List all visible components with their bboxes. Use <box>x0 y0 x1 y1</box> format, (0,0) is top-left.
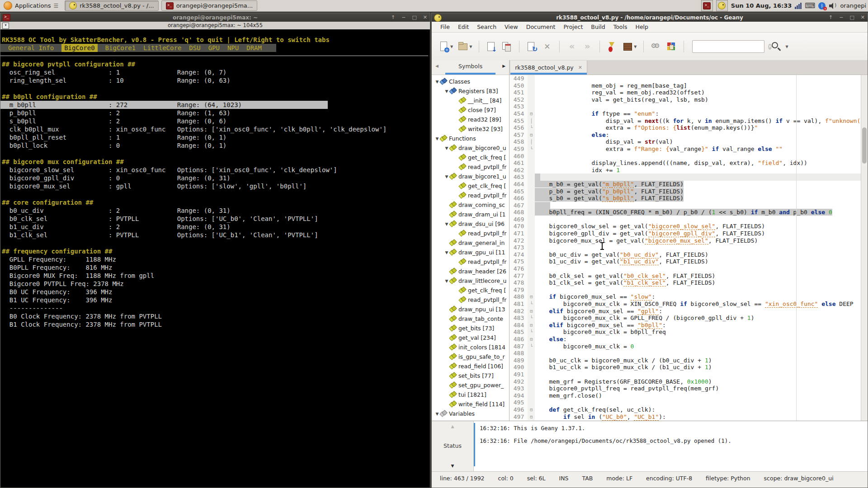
applications-menu[interactable]: Applications ☰ <box>0 0 62 11</box>
symbol-item[interactable]: draw_tab_conte <box>432 314 509 324</box>
terminal-close-button[interactable]: ✕ <box>423 13 427 22</box>
symbol-item[interactable]: get_bits [73] <box>432 324 509 333</box>
fold-point-icon[interactable]: ⊟ <box>528 322 535 329</box>
symbol-item[interactable]: ▼draw_dsu_ui [96 <box>432 219 509 229</box>
code-editor[interactable]: 449 450 mem_obj = reg_mem[base_tag]451 r… <box>509 75 868 421</box>
saveall-button[interactable] <box>500 39 514 54</box>
symbol-item[interactable]: read_field [106] <box>432 361 509 371</box>
symbol-item[interactable]: write_field [114] <box>432 399 509 409</box>
symbol-item[interactable]: __init__ [84] <box>432 96 509 105</box>
back-button[interactable] <box>565 39 579 54</box>
document-tab[interactable]: rk3588_octool_v8.py ✕ <box>510 61 587 75</box>
geany-close-button[interactable]: ✕ <box>861 13 865 22</box>
message-scroll-up-icon[interactable]: ▼ <box>432 425 473 429</box>
terminal-tab-gpu[interactable]: GPU <box>208 44 220 52</box>
task-button-terminal[interactable]: >_orangepi@orangepi5ma... <box>161 0 258 11</box>
terminal-tab-bigcore1[interactable]: BigCore1 <box>105 44 136 52</box>
keyboard-layout-icon[interactable]: ⌨ <box>805 2 815 9</box>
chevron-down-icon[interactable]: ▼ <box>634 45 637 49</box>
fold-point-icon[interactable]: ⊟ <box>528 336 535 343</box>
terminal-tab-dsu[interactable]: DSU <box>189 44 200 52</box>
geany-titlebar[interactable]: rk3588_octool_v8.py - /home/orangepi/Doc… <box>432 13 868 22</box>
geany-minimize-button[interactable]: − <box>839 13 843 22</box>
terminal-maximize-button[interactable]: □ <box>412 13 416 22</box>
new-button[interactable]: ▼ <box>437 39 454 54</box>
symbol-item[interactable]: ▼Classes <box>432 77 509 86</box>
message-scroll-down-icon[interactable]: ▼ <box>432 464 473 468</box>
fold-point-icon[interactable]: ⊟ <box>528 406 535 413</box>
symbol-item[interactable]: ▼Functions <box>432 134 509 143</box>
volume-icon[interactable]: ) <box>829 2 837 9</box>
symbol-item[interactable]: set_gpu_power_ <box>432 380 509 390</box>
chevron-down-icon[interactable]: ▼ <box>450 45 453 49</box>
editor-scrollbar[interactable] <box>861 75 868 421</box>
tray-geany-slot[interactable] <box>716 0 728 11</box>
symbol-item[interactable]: draw_header [26 <box>432 267 509 276</box>
symbol-item[interactable]: ▼draw_littlecore_u <box>432 276 509 286</box>
symbol-item[interactable]: is_gpu_safe_to_r <box>432 352 509 361</box>
symbol-item[interactable]: read_pvtpll_fr <box>432 229 509 238</box>
scrollbar-thumb[interactable] <box>862 127 867 164</box>
menu-file[interactable]: File <box>436 22 454 32</box>
symbol-item[interactable]: read_pvtpll_fr <box>432 257 509 267</box>
terminal-titlebar[interactable]: >_ orangepi@orangepi5max: ~ ↑ − □ ✕ <box>0 13 430 22</box>
sidebar-tab-symbols[interactable]: Symbols <box>432 63 509 70</box>
terminal-tab-general-info[interactable]: General Info <box>8 44 54 52</box>
symbol-item[interactable]: get_clk_freq [ <box>432 153 509 162</box>
fold-point-icon[interactable]: ⊟ <box>528 110 535 117</box>
compile-button[interactable] <box>605 39 619 54</box>
save-button[interactable] <box>485 39 498 54</box>
terminal-shade-button[interactable]: ↑ <box>391 13 395 22</box>
menu-document[interactable]: Document <box>522 22 560 32</box>
message-tab-status[interactable]: Status <box>432 442 473 449</box>
symbol-item[interactable]: tui [1821] <box>432 390 509 399</box>
symbol-item[interactable]: ▼draw_gpu_ui [11 <box>432 248 509 257</box>
symbol-item[interactable]: get_val [234] <box>432 333 509 343</box>
open-button[interactable]: ▼ <box>456 39 473 54</box>
symbol-item[interactable]: read32 [89] <box>432 115 509 124</box>
fold-point-icon[interactable]: ⊟ <box>528 413 535 421</box>
symbol-item[interactable]: read_pvtpll_fr <box>432 295 509 305</box>
task-button-geany[interactable]: rk3588_octool_v8.py - /... <box>65 0 158 11</box>
menu-view[interactable]: View <box>500 22 522 32</box>
toolbar-overflow-icon[interactable]: ▼ <box>785 45 788 49</box>
terminal-screen[interactable]: RK3588 OC Tool by SkatterBencher, v0.8 -… <box>0 29 430 488</box>
symbol-item[interactable]: read_pvtpll_fr <box>432 162 509 172</box>
search-entry[interactable]: ✕ <box>692 40 764 53</box>
document-tab-close-icon[interactable]: ✕ <box>578 65 582 70</box>
symbol-item[interactable]: ▼draw_bigcore1_u <box>432 172 509 181</box>
terminal-tab-npu[interactable]: NPU <box>227 44 239 52</box>
terminal-tab-bigcore0[interactable]: BigCore0 <box>61 44 97 52</box>
menu-tools[interactable]: Tools <box>609 22 632 32</box>
symbol-item[interactable]: draw_general_in <box>432 238 509 248</box>
fold-point-icon[interactable]: ⊟ <box>528 293 535 300</box>
menu-search[interactable]: Search <box>473 22 500 32</box>
close-button[interactable] <box>540 39 554 54</box>
search-input[interactable] <box>693 42 768 51</box>
revert-button[interactable] <box>525 39 538 54</box>
tray-terminal-slot[interactable]: >_ <box>701 0 713 11</box>
fwd-button[interactable] <box>580 39 594 54</box>
symbol-item[interactable]: get_clk_freq [ <box>432 286 509 295</box>
symbol-item[interactable]: draw_dram_ui [1 <box>432 210 509 219</box>
menu-edit[interactable]: Edit <box>454 22 473 32</box>
terminal-tab-littlecore[interactable]: LittleCore <box>143 44 181 52</box>
symbol-item[interactable]: get_clk_freq [ <box>432 181 509 191</box>
panel-menu-icon[interactable]: ☰ <box>53 3 58 9</box>
symbol-item[interactable]: write32 [93] <box>432 124 509 134</box>
symbol-item[interactable]: read_pvtpll_fr <box>432 191 509 200</box>
sidebar-scroll-right-icon[interactable]: ▶ <box>502 64 505 68</box>
symbol-item[interactable]: set_bits [77] <box>432 371 509 380</box>
menu-help[interactable]: Help <box>632 22 653 32</box>
terminal-tab-dram[interactable]: DRAM <box>246 44 262 52</box>
colors-button[interactable] <box>665 39 678 54</box>
fold-point-icon[interactable]: ⊟ <box>528 131 535 139</box>
geany-shade-button[interactable]: ↑ <box>829 13 833 22</box>
menu-build[interactable]: Build <box>587 22 609 32</box>
terminal-menustrip[interactable]: ▾ orangepi@orangepi5max: ~ 104x55 <box>0 22 430 30</box>
terminal-menu-icon[interactable]: ▾ <box>2 23 9 29</box>
symbol-item[interactable]: ▼Registers [83] <box>432 86 509 96</box>
menu-project[interactable]: Project <box>560 22 587 32</box>
fold-point-icon[interactable]: ⊟ <box>528 308 535 315</box>
symbol-item[interactable]: ▼draw_bigcore0_u <box>432 143 509 153</box>
